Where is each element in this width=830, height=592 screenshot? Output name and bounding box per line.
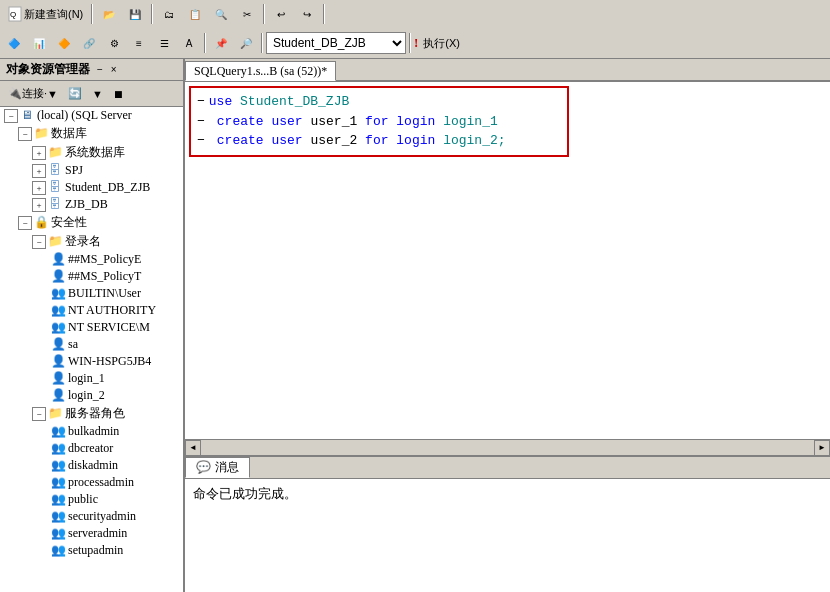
role-dbcreator-icon: 👥 (50, 442, 66, 456)
toolbar-btn-3[interactable]: 🗂 (157, 3, 181, 25)
tree-item-login-sa[interactable]: 👤 sa (0, 336, 183, 353)
line-prefix-use: − (197, 92, 205, 112)
sep5 (204, 33, 206, 53)
h-scroll-track[interactable] (201, 441, 814, 455)
tree-item-logins-folder[interactable]: − 📁 登录名 (0, 232, 183, 251)
expand-studentdb[interactable]: + (32, 181, 46, 195)
tree-item-role-public[interactable]: 👥 public (0, 491, 183, 508)
database-folder-icon: 📁 (33, 127, 49, 141)
open-button[interactable]: 📂 (97, 3, 121, 25)
tree-item-role-securityadmin[interactable]: 👥 securityadmin (0, 508, 183, 525)
expand-databases[interactable]: − (18, 127, 32, 141)
toolbar2-btn4[interactable]: 🔗 (77, 32, 101, 54)
tree-item-login-1[interactable]: 👤 login_1 (0, 370, 183, 387)
tree-item-login-win[interactable]: 👤 WIN-HSPG5JB4 (0, 353, 183, 370)
toolbar2-btn10[interactable]: 🔎 (234, 32, 258, 54)
expand-zjbdb[interactable]: + (32, 198, 46, 212)
kw-create-1: create (217, 112, 264, 132)
tree-item-login-ms1[interactable]: 👤 ##MS_PolicyE (0, 251, 183, 268)
refresh-button[interactable]: 🔄 (64, 83, 86, 105)
new-query-button[interactable]: Q 新建查询(N) (4, 3, 87, 25)
toolbar-btn-6[interactable]: ✂ (235, 3, 259, 25)
panel-header: 对象资源管理器 − × (0, 59, 183, 81)
svg-text:Q: Q (10, 10, 16, 19)
line-prefix-1: − (197, 112, 205, 132)
studentdb-label: Student_DB_ZJB (65, 180, 150, 195)
tree-item-role-dbcreator[interactable]: 👥 dbcreator (0, 440, 183, 457)
pin-button[interactable]: − (94, 61, 106, 79)
tree-item-spj[interactable]: + 🗄 SPJ (0, 162, 183, 179)
kw-use: use (209, 92, 232, 112)
icon2-3: 🔶 (56, 35, 72, 51)
role-serveradmin-icon: 👥 (50, 527, 66, 541)
tree-item-login-ntservice[interactable]: 👥 NT SERVICE\M (0, 319, 183, 336)
expand-server[interactable]: − (4, 109, 18, 123)
tree-item-login-builtin[interactable]: 👥 BUILTIN\User (0, 285, 183, 302)
toolbar-btn-5[interactable]: 🔍 (209, 3, 233, 25)
kw-user-1: user (271, 112, 302, 132)
tree-item-sysdb[interactable]: + 📁 系统数据库 (0, 143, 183, 162)
tree-item-login-2[interactable]: 👤 login_2 (0, 387, 183, 404)
h-scroll-right-btn[interactable]: ► (814, 440, 830, 456)
icon2-8: A (181, 35, 197, 51)
tree-item-role-diskadmin[interactable]: 👥 diskadmin (0, 457, 183, 474)
panel-toolbar: 🔌 连接· ▼ 🔄 ▼ ⏹ (0, 81, 183, 107)
toolbar2-btn2[interactable]: 📊 (27, 32, 51, 54)
toolbar2-btn3[interactable]: 🔶 (52, 32, 76, 54)
icon2-9: 📌 (213, 35, 229, 51)
login-sa-icon: 👤 (50, 338, 66, 352)
login1-value: login_1 (443, 112, 498, 132)
toolbar2-btn6[interactable]: ≡ (127, 32, 151, 54)
execute-button-2[interactable]: 执行(X) (419, 32, 464, 54)
h-scroll-left-btn[interactable]: ◄ (185, 440, 201, 456)
close-panel-button[interactable]: × (108, 61, 120, 79)
sep2 (151, 4, 153, 24)
login2-icon: 👤 (50, 389, 66, 403)
toolbar-btn-7[interactable]: ↩ (269, 3, 293, 25)
icon2-1: 🔷 (6, 35, 22, 51)
editor-area[interactable]: − use Student_DB_ZJB − create user user_ (185, 82, 830, 439)
toolbar2-btn5[interactable]: ⚙ (102, 32, 126, 54)
expand-security[interactable]: − (18, 216, 32, 230)
tree-item-server-roles[interactable]: − 📁 服务器角色 (0, 404, 183, 423)
save-button[interactable]: 💾 (123, 3, 147, 25)
stop-button[interactable]: ⏹ (109, 83, 128, 105)
stop-icon: ⏹ (113, 88, 124, 100)
expand-spj[interactable]: + (32, 164, 46, 178)
query-tab[interactable]: SQLQuery1.s...B (sa (52))* (185, 61, 336, 81)
tree-item-databases[interactable]: − 📁 数据库 (0, 124, 183, 143)
expand-server-roles[interactable]: − (32, 407, 46, 421)
toolbar2-btn7[interactable]: ☰ (152, 32, 176, 54)
tree-item-role-setupadmin[interactable]: 👥 setupadmin (0, 542, 183, 559)
tree-item-server[interactable]: − 🖥 (local) (SQL Server (0, 107, 183, 124)
tree-item-login-ntauth[interactable]: 👥 NT AUTHORITY (0, 302, 183, 319)
h-scrollbar[interactable]: ◄ ► (185, 439, 830, 455)
toolbar-btn-8[interactable]: ↪ (295, 3, 319, 25)
execute-label-2: 执行(X) (423, 36, 460, 51)
connect-button[interactable]: 🔌 连接· ▼ (4, 83, 62, 105)
toolbar2-btn1[interactable]: 🔷 (2, 32, 26, 54)
icon2-7: ☰ (156, 35, 172, 51)
tree-item-studentdb[interactable]: + 🗄 Student_DB_ZJB (0, 179, 183, 196)
icon2-5: ⚙ (106, 35, 122, 51)
login-win-label: WIN-HSPG5JB4 (68, 354, 151, 369)
expand-logins[interactable]: − (32, 235, 46, 249)
filter-button[interactable]: ▼ (88, 83, 107, 105)
filter-icon: ▼ (92, 88, 103, 100)
tree-item-role-bulkadmin[interactable]: 👥 bulkadmin (0, 423, 183, 440)
tree-item-zjbdb[interactable]: + 🗄 ZJB_DB (0, 196, 183, 213)
tree-item-role-serveradmin[interactable]: 👥 serveradmin (0, 525, 183, 542)
login2-value: login_2; (443, 131, 505, 151)
icon2-2: 📊 (31, 35, 47, 51)
messages-tab[interactable]: 💬 消息 (185, 457, 250, 478)
tree-item-security[interactable]: − 🔒 安全性 (0, 213, 183, 232)
role-dbcreator-label: dbcreator (68, 441, 113, 456)
tree-item-login-ms2[interactable]: 👤 ##MS_PolicyT (0, 268, 183, 285)
toolbar-btn-4[interactable]: 📋 (183, 3, 207, 25)
toolbar2-btn9[interactable]: 📌 (209, 32, 233, 54)
database-selector[interactable]: Student_DB_ZJB master SPJ ZJB_DB (266, 32, 406, 54)
expand-sysdb[interactable]: + (32, 146, 46, 160)
kw-for-2: for (365, 131, 388, 151)
tree-item-role-processadmin[interactable]: 👥 processadmin (0, 474, 183, 491)
toolbar2-btn8[interactable]: A (177, 32, 201, 54)
